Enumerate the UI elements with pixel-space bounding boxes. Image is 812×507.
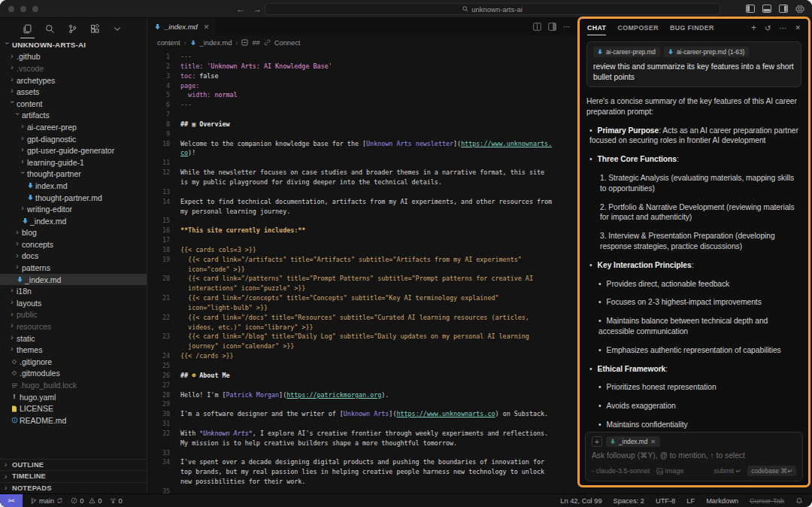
search-tab-icon[interactable] — [45, 18, 55, 39]
new-chat-icon[interactable]: + — [751, 23, 756, 33]
history-icon[interactable]: ↺ — [765, 24, 771, 32]
tree-item[interactable]: ›writing-editor — [0, 203, 147, 215]
toggle-bottom-panel-icon[interactable] — [762, 5, 771, 13]
code-line[interactable]: 26## ☻ About Me — [147, 371, 577, 381]
code-line[interactable]: 11 — [147, 158, 577, 168]
code-line[interactable]: my personal learning journey. — [147, 207, 577, 217]
code-line[interactable]: 28Hello! I'm [Patrick Morgan](https://pa… — [147, 390, 577, 400]
split-editor-icon[interactable] — [533, 23, 541, 31]
status-item[interactable]: Cursor-Tab — [750, 497, 784, 505]
code-line[interactable]: 33 — [147, 448, 577, 458]
tree-item[interactable]: ›docs — [0, 250, 147, 263]
tree-item[interactable]: ›assets — [0, 86, 147, 98]
tree-item[interactable]: ›i18n — [0, 285, 147, 297]
code-line[interactable]: 4page: — [147, 81, 577, 91]
code-line[interactable]: 5 width: normal — [147, 90, 577, 100]
code-line[interactable]: 21 {{< card link="/concepts" title="Conc… — [147, 293, 577, 303]
context-pill-index-md[interactable]: _index.md ✕ — [606, 436, 660, 447]
code-line[interactable]: 34I've spent over a decade designing dig… — [147, 457, 577, 467]
minimize-window-button[interactable] — [20, 6, 26, 12]
code-line[interactable]: 2title: 'Unknown Arts: AI Knowledge Base… — [147, 62, 577, 71]
tree-item[interactable]: ›blog — [0, 227, 147, 239]
tree-item[interactable]: ›thought-partner — [0, 168, 147, 181]
code-line[interactable]: co)! — [147, 148, 577, 158]
code-line[interactable]: 24{{< /cards >}} — [147, 351, 577, 361]
explorer-tab-icon[interactable] — [23, 18, 32, 39]
code-line[interactable]: 16**This site currently includes:** — [147, 226, 577, 235]
context-pill[interactable]: ai-career-prep.md (1-63) — [664, 47, 749, 57]
sidebar-section-outline[interactable]: ›OUTLINE — [0, 459, 147, 471]
source-control-tab-icon[interactable] — [68, 18, 77, 39]
code-line[interactable]: 31 — [147, 419, 577, 429]
user-message[interactable]: ai-career-prep.mdai-career-prep.md (1-63… — [586, 41, 801, 87]
editor-tab-index-md[interactable]: _index.md ✕ — [147, 18, 216, 35]
codebase-button[interactable]: codebase ⌘↵ — [747, 466, 796, 476]
code-line[interactable]: 23 {{< card link="/blog" title="Daily Lo… — [147, 332, 577, 342]
tree-root[interactable]: ›UNKNOWN-ARTS-AI — [0, 39, 147, 51]
code-editor[interactable]: 1---2title: 'Unknown Arts: AI Knowledge … — [147, 50, 577, 493]
tree-item[interactable]: ›resources — [0, 320, 147, 332]
toggle-right-panel-icon[interactable] — [779, 5, 788, 13]
tree-item[interactable]: .gitmodules — [0, 368, 147, 380]
ports-status[interactable]: 0 — [110, 497, 123, 505]
tree-item[interactable]: ›static — [0, 332, 147, 345]
tree-item[interactable]: thought-partner.md — [0, 192, 147, 204]
tree-item[interactable]: ›public — [0, 309, 147, 321]
code-line[interactable]: My mission is to help creative builders … — [147, 439, 577, 448]
code-line[interactable]: 14Expect to find technical documentation… — [147, 197, 577, 207]
code-line[interactable]: 13 — [147, 187, 577, 197]
toggle-layout-icon[interactable] — [548, 23, 556, 31]
code-line[interactable]: 20 {{< card link="/patterns" title="Prom… — [147, 274, 577, 284]
code-line[interactable]: 32With *Unknown Arts*, I explore AI's cr… — [147, 429, 577, 439]
tree-item[interactable]: ›artifacts — [0, 110, 147, 122]
code-line[interactable]: 18{{< cards cols=3 >}} — [147, 245, 577, 255]
settings-gear-icon[interactable] — [795, 5, 804, 14]
tree-item[interactable]: !hugo.yaml — [0, 391, 147, 403]
code-line[interactable]: 25 — [147, 361, 577, 371]
add-context-button[interactable]: + — [592, 436, 602, 447]
chat-input-box[interactable]: + _index.md ✕ Ask followup (⌘Y), @ to me… — [585, 432, 803, 481]
code-line[interactable]: 8## ▣ Overview — [147, 120, 577, 129]
code-line[interactable]: journey" icon="calendar" >}} — [147, 342, 577, 351]
tab-bug-finder[interactable]: BUG FINDER — [670, 19, 714, 37]
code-line[interactable]: icon="light-bulb" >}} — [147, 303, 577, 313]
chat-more-icon[interactable]: ⋯ — [779, 24, 786, 32]
forward-icon[interactable]: → — [253, 5, 262, 14]
tree-item[interactable]: ›gpt-diagnostic — [0, 133, 147, 145]
code-line[interactable]: interactions" icon="puzzle" >}} — [147, 284, 577, 293]
close-panel-icon[interactable]: ✕ — [795, 24, 801, 32]
code-line[interactable]: 12While the newsletter focuses on case s… — [147, 168, 577, 178]
submit-button[interactable]: submit ↵ — [714, 467, 742, 475]
zoom-window-button[interactable] — [32, 6, 38, 12]
more-views-chevron-icon[interactable] — [113, 18, 122, 39]
code-line[interactable]: 29 — [147, 399, 577, 409]
remote-indicator[interactable]: >< — [0, 494, 23, 507]
code-line[interactable]: 3toc: false — [147, 71, 577, 81]
sidebar-section-notepads[interactable]: ›NOTEPADS — [0, 482, 147, 494]
code-line[interactable]: 19 {{< card link="/artifacts" title="Art… — [147, 255, 577, 265]
code-line[interactable]: 7 — [147, 110, 577, 120]
tab-chat[interactable]: CHAT — [587, 19, 606, 37]
status-item[interactable]: Ln 42, Col 99 — [560, 497, 601, 505]
code-line[interactable]: 30I'm a software designer and the writer… — [147, 409, 577, 419]
tree-item[interactable]: _index.md — [0, 215, 147, 227]
code-line[interactable]: top brands, but my real passion lies in … — [147, 467, 577, 477]
model-selector[interactable]: - claude-3.5-sonnet — [592, 467, 650, 475]
tree-item[interactable]: README.md — [0, 414, 147, 427]
tree-item[interactable]: .gitignore — [0, 356, 147, 368]
status-item[interactable]: LF — [686, 497, 695, 505]
close-tab-icon[interactable]: ✕ — [204, 23, 210, 31]
code-line[interactable]: 1--- — [147, 52, 577, 62]
code-line[interactable]: 27 — [147, 381, 577, 390]
context-pill[interactable]: ai-career-prep.md — [593, 47, 660, 57]
git-branch-status[interactable]: main — [30, 497, 63, 505]
code-line[interactable]: 10Welcome to the companion knowledge bas… — [147, 139, 577, 149]
breadcrumb[interactable]: content› _index.md› ## Connect — [147, 35, 577, 50]
tree-item[interactable]: ›learning-guide-1 — [0, 156, 147, 168]
code-line[interactable]: 9 — [147, 129, 577, 139]
tree-item[interactable]: _index.md — [0, 274, 147, 286]
code-line[interactable]: new possibilities for their work. — [147, 477, 577, 487]
status-item[interactable]: Markdown — [706, 497, 738, 505]
toggle-left-panel-icon[interactable] — [746, 5, 755, 13]
code-line[interactable]: 15 — [147, 216, 577, 226]
